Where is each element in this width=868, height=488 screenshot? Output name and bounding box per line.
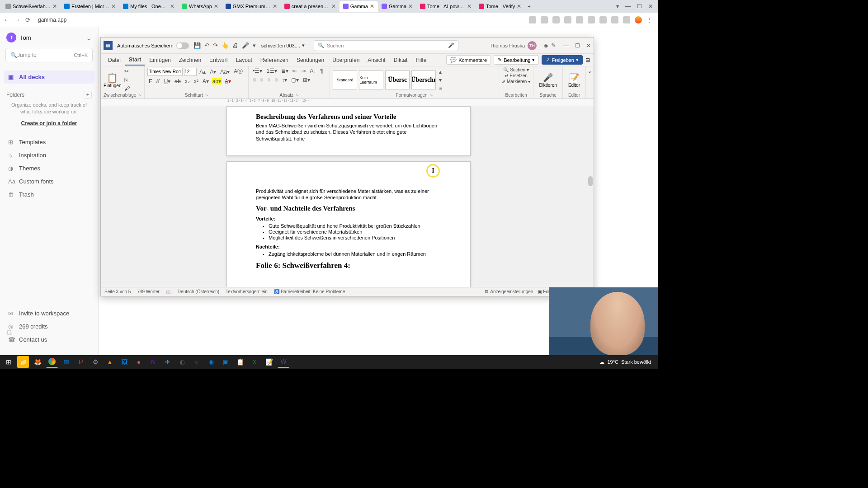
extension-icon[interactable] xyxy=(541,16,548,23)
decrease-indent-button[interactable]: ⇤ xyxy=(291,67,298,75)
select-button[interactable]: ⬀Markieren▾ xyxy=(502,79,530,84)
minimize-icon[interactable]: — xyxy=(625,3,631,9)
line-spacing-button[interactable]: ↕▾ xyxy=(280,76,288,84)
taskbar-telegram[interactable]: ✈ xyxy=(162,356,174,368)
taskbar-app[interactable]: ◐ xyxy=(176,356,188,368)
taskbar-excel[interactable]: X xyxy=(249,356,260,368)
style-heading2[interactable]: Überschr xyxy=(411,70,436,89)
sidebar-item-custom-fonts[interactable]: AaCustom fonts xyxy=(4,175,94,188)
sidebar-item-themes[interactable]: ◑Themes xyxy=(4,162,94,175)
page-count[interactable]: Seite 3 von 5 xyxy=(104,289,131,294)
extension-icon[interactable] xyxy=(576,16,583,23)
save-button[interactable]: 💾 xyxy=(193,42,201,49)
tab-4[interactable]: GMX Premium - E✕ xyxy=(222,1,281,12)
taskbar-chrome[interactable] xyxy=(46,356,58,368)
sort-button[interactable]: A↓ xyxy=(308,67,317,75)
quick-print-button[interactable]: 🖨 xyxy=(232,42,238,49)
taskbar-photos[interactable]: 🖼 xyxy=(118,356,130,368)
dialog-launcher-icon[interactable]: ↘ xyxy=(205,93,208,98)
close-icon[interactable]: ✕ xyxy=(370,3,374,9)
style-heading1[interactable]: Übersc xyxy=(385,70,410,89)
styles-scroll-up[interactable]: ▴ xyxy=(438,68,443,75)
tab-hilfe[interactable]: Hilfe xyxy=(412,55,430,65)
subscript-button[interactable]: x₂ xyxy=(184,78,191,85)
doc-list-item[interactable]: Gute Schweißqualität und hohe Produktivi… xyxy=(269,223,441,229)
maximize-icon[interactable]: ☐ xyxy=(637,3,642,9)
jump-to-search[interactable]: 🔍 Jump to Ctrl+K xyxy=(5,48,93,62)
bullets-button[interactable]: •☰▾ xyxy=(251,67,264,75)
extensions-menu-icon[interactable] xyxy=(611,16,618,23)
search-input[interactable]: 🔍 Suchen 🎤 xyxy=(314,40,458,51)
qat-dropdown[interactable]: ▾ xyxy=(253,42,256,49)
numbering-button[interactable]: 1☰▾ xyxy=(265,67,278,75)
close-icon[interactable]: ✕ xyxy=(467,3,472,9)
minimize-icon[interactable]: — xyxy=(563,42,569,49)
undo-button[interactable]: ↶ xyxy=(204,42,209,49)
strikethrough-button[interactable]: ab xyxy=(173,78,182,85)
close-icon[interactable]: ✕ xyxy=(517,3,521,9)
tab-8[interactable]: Tome - AI-powered✕ xyxy=(416,1,475,12)
align-left-button[interactable]: ≡ xyxy=(251,76,257,84)
doc-list-item[interactable]: Möglichkeit des Schweißens in verschiede… xyxy=(269,235,441,240)
sidebar-item-credits[interactable]: ◎269 credits xyxy=(4,320,94,333)
font-family-select[interactable] xyxy=(147,68,183,76)
side-panel-icon[interactable] xyxy=(623,16,630,23)
find-button[interactable]: 🔍Suchen▾ xyxy=(503,67,529,72)
styles-gallery-expand[interactable]: ≡ xyxy=(438,84,443,92)
text-predictions[interactable]: Textvorhersagen: ein xyxy=(226,289,268,294)
tab-5[interactable]: creat a presentation✕ xyxy=(281,1,340,12)
present-icon[interactable]: ⊟ xyxy=(585,57,590,63)
taskbar-app[interactable]: ● xyxy=(133,356,145,368)
extension-icon[interactable] xyxy=(599,16,607,23)
style-standard[interactable]: Standard xyxy=(333,70,357,89)
bold-button[interactable]: F xyxy=(147,78,153,85)
extension-icon[interactable] xyxy=(552,16,560,23)
profile-avatar[interactable] xyxy=(635,16,642,23)
cut-button[interactable]: ✂ xyxy=(123,68,131,75)
tab-7[interactable]: Gamma✕ xyxy=(378,1,416,12)
text-effects-button[interactable]: A▾ xyxy=(201,78,210,85)
doc-bold-label[interactable]: Vorteile: xyxy=(256,216,441,221)
tab-ueberpruefen[interactable]: Überprüfen xyxy=(329,55,363,65)
show-marks-button[interactable]: ¶ xyxy=(319,67,324,75)
forward-button[interactable]: → xyxy=(14,16,21,23)
tab-layout[interactable]: Layout xyxy=(232,55,256,65)
touch-mode-button[interactable]: 👆 xyxy=(222,42,229,49)
word-count[interactable]: 749 Wörter xyxy=(137,289,159,294)
doc-paragraph[interactable]: Produktivität und eignet sich für versch… xyxy=(256,188,441,201)
multilevel-list-button[interactable]: ≣▾ xyxy=(280,67,290,75)
spell-check-icon[interactable]: 📖 xyxy=(166,289,171,294)
back-button[interactable]: ← xyxy=(4,16,10,23)
taskbar-notepad[interactable]: 📝 xyxy=(263,356,275,368)
close-icon[interactable]: ✕ xyxy=(214,3,218,9)
scrollbar-thumb[interactable] xyxy=(588,176,593,186)
diamond-icon[interactable]: ◈ xyxy=(544,42,548,49)
tab-ansicht[interactable]: Ansicht xyxy=(364,55,389,65)
sidebar-item-invite[interactable]: ✉Invite to workspace xyxy=(4,307,94,320)
share-button[interactable]: ↗Freigeben▾ xyxy=(542,55,583,65)
avatar[interactable]: TH xyxy=(528,41,537,50)
close-icon[interactable]: ✕ xyxy=(648,3,653,9)
tab-1[interactable]: Erstellen | Microsoft✕ xyxy=(61,1,119,12)
font-size-select[interactable] xyxy=(184,68,197,76)
document-name[interactable]: schweißen 003....▾ xyxy=(261,42,305,48)
sidebar-item-inspiration[interactable]: ☼Inspiration xyxy=(4,149,94,162)
tab-entwurf[interactable]: Entwurf xyxy=(206,55,231,65)
taskbar-app[interactable]: ○ xyxy=(191,356,203,368)
bookmark-icon[interactable] xyxy=(564,16,571,23)
add-folder-button[interactable]: + xyxy=(84,91,92,99)
workspace-selector[interactable]: T Tom ⌄ xyxy=(0,27,98,48)
taskbar-app[interactable]: ◉ xyxy=(205,356,217,368)
underline-button[interactable]: U▾ xyxy=(163,78,172,85)
new-tab-button[interactable]: + xyxy=(525,4,533,9)
change-case-button[interactable]: Aa▾ xyxy=(219,68,231,75)
styles-scroll-down[interactable]: ▾ xyxy=(438,76,443,84)
doc-list-item[interactable]: Zugänglichkeitsprobleme bei dünnen Mater… xyxy=(269,251,441,257)
shading-button[interactable]: ▢▾ xyxy=(290,76,300,84)
mic-button[interactable]: 🎤 xyxy=(242,42,249,49)
weather-widget[interactable]: ☁ 19°C Stark bewölkt xyxy=(599,359,656,365)
chevron-down-icon[interactable]: ▾ xyxy=(616,3,619,9)
copy-button[interactable]: ⎘ xyxy=(123,76,131,84)
tab-zeichnen[interactable]: Zeichnen xyxy=(175,55,205,65)
font-color-button[interactable]: A▾ xyxy=(223,78,232,85)
